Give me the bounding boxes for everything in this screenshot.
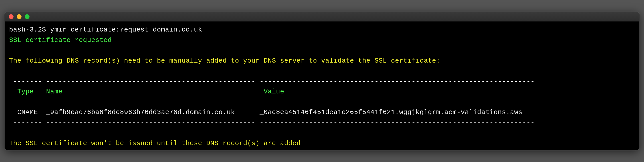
prompt-line: bash-3.2$ ymir certificate:request domai…	[9, 25, 635, 35]
table-cell-type: CNAME	[9, 108, 38, 116]
table-header-value: Value	[264, 88, 284, 96]
window-titlebar	[5, 12, 639, 22]
output-success: SSL certificate requested	[9, 35, 635, 46]
shell-prompt: bash-3.2$	[9, 26, 50, 34]
output-instruction: The following DNS record(s) need to be m…	[9, 56, 635, 66]
table-header-name: Name	[46, 88, 62, 96]
blank-line-3	[9, 128, 635, 138]
table-cell-name: _9afb9cad76ba6f8dc8963b76dd3ac76d.domain…	[46, 108, 235, 116]
command-text: ymir certificate:request domain.co.uk	[50, 26, 202, 34]
table-cell-value: _0ac8ea45146f451dea1e265f5441f621.wggjkg…	[260, 108, 522, 116]
zoom-icon[interactable]	[25, 14, 30, 19]
close-icon[interactable]	[9, 14, 14, 19]
table-row: CNAME _9afb9cad76ba6f8dc8963b76dd3ac76d.…	[9, 107, 635, 118]
terminal-window: bash-3.2$ ymir certificate:request domai…	[4, 12, 640, 150]
minimize-icon[interactable]	[17, 14, 22, 19]
table-sep-bottom: ------- --------------------------------…	[9, 118, 635, 128]
table-header-type: Type	[9, 88, 38, 96]
output-footer: The SSL certificate won't be issued unti…	[9, 138, 635, 149]
table-sep-top: ------- --------------------------------…	[9, 76, 635, 87]
terminal-content[interactable]: bash-3.2$ ymir certificate:request domai…	[5, 22, 639, 150]
blank-line-2	[9, 66, 635, 76]
table-header-row: Type Name Value	[9, 86, 635, 97]
table-sep-mid: ------- --------------------------------…	[9, 97, 635, 108]
blank-line-1	[9, 45, 635, 56]
